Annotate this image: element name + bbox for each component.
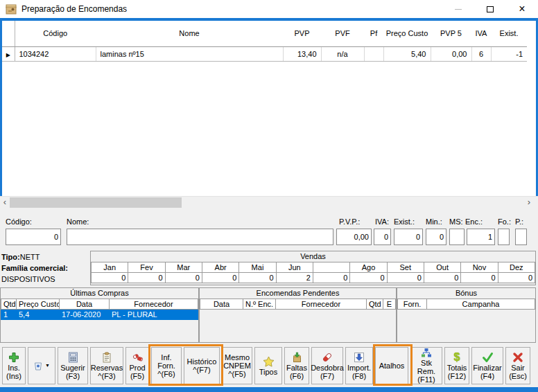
ultimas-compras-header-row: Qtd Preço Custo Data Fornecedor	[1, 299, 198, 310]
vendas-nov[interactable]: 0	[461, 273, 498, 283]
atalhos-button[interactable]: Atalhos	[375, 347, 408, 384]
pvp-field[interactable]	[336, 229, 372, 245]
import-arrow-icon	[354, 351, 365, 364]
horizontal-scrollbar[interactable]: ‹ ›	[0, 196, 538, 208]
bn-col-forn: Forn.	[398, 299, 427, 310]
cell-pvf[interactable]: n/a	[321, 46, 364, 61]
table-row[interactable]: ▶ 1034242 laminas nº15 13,40 n/a 5,40 0,…	[2, 46, 527, 61]
sair-button[interactable]: Sair (Esc)	[505, 347, 530, 384]
cell-codigo[interactable]: 1034242	[15, 46, 96, 61]
historico-button[interactable]: Histórico ^(F7)	[184, 347, 220, 384]
month-out[interactable]: Out	[424, 262, 460, 273]
nome-field[interactable]	[67, 229, 333, 245]
month-abr[interactable]: Abr	[202, 262, 238, 273]
vendas-fev[interactable]: 0	[128, 273, 165, 283]
column-header-codigo[interactable]: Código	[15, 21, 96, 46]
column-header-exist[interactable]: Exist.	[491, 21, 527, 46]
column-header-pvp[interactable]: PVP	[283, 21, 321, 46]
uc-fornecedor[interactable]: PL - PLURAL	[110, 310, 198, 320]
codigo-field[interactable]	[6, 229, 61, 245]
prod-button[interactable]: Prod (F5)	[125, 347, 149, 384]
vendas-out[interactable]: 0	[424, 273, 460, 283]
encomendas-pendentes-title: Encomendas Pendentes	[200, 288, 396, 299]
chevron-down-icon: ▼	[45, 362, 50, 370]
month-dez[interactable]: Dez	[498, 262, 535, 273]
scroll-right-icon[interactable]: ›	[524, 197, 534, 208]
ep-col-data: Data	[200, 299, 243, 310]
mesmo-cnpem-button[interactable]: Mesmo CNPEM ^(F5)	[222, 347, 252, 384]
sugerir-button[interactable]: Sugerir (F3)	[58, 347, 88, 384]
month-jul-highlighted[interactable]: Jul	[313, 262, 349, 273]
totais-button[interactable]: $ Totais (F12)	[444, 347, 469, 384]
fo-field[interactable]	[498, 229, 510, 245]
vendas-ago[interactable]: 0	[350, 273, 387, 283]
encomendas-pendentes-header-row: Data N.º Enc. Fornecedor Qtd E	[200, 299, 396, 310]
desdobra-button[interactable]: Desdobra (F7)	[311, 347, 343, 384]
p-field[interactable]	[515, 229, 527, 245]
month-jan[interactable]: Jan	[92, 262, 128, 273]
scrollbar-thumb[interactable]	[10, 197, 182, 208]
cell-nome[interactable]: laminas nº15	[96, 46, 283, 61]
inf-forn-button[interactable]: Inf. Forn. ^(F6)	[151, 347, 182, 384]
encomendas-pendentes-table: Data N.º Enc. Fornecedor Qtd E	[200, 299, 396, 310]
bonus-panel: Bónus Forn. Campanha	[397, 287, 536, 343]
vendas-mar[interactable]: 0	[165, 273, 202, 283]
cell-exist[interactable]: -1	[491, 46, 527, 61]
vendas-jan[interactable]: 0	[92, 273, 128, 283]
month-nov[interactable]: Nov	[461, 262, 498, 273]
ms-field[interactable]	[449, 229, 465, 245]
cell-iva[interactable]: 6	[471, 46, 491, 61]
month-mar[interactable]: Mar	[165, 262, 202, 273]
month-fev[interactable]: Fev	[128, 262, 165, 273]
vendas-jun[interactable]: 2	[276, 273, 313, 283]
enc-field[interactable]	[467, 229, 495, 245]
stock-box-icon	[292, 351, 302, 364]
calculator-icon	[68, 351, 78, 364]
reservas-button[interactable]: Reservas ^(F3)	[90, 347, 123, 384]
cell-pvp[interactable]: 13,40	[283, 46, 321, 61]
uc-data[interactable]: 17-06-2020	[60, 310, 110, 320]
month-jun[interactable]: Jun	[276, 262, 313, 273]
cell-pvp5[interactable]: 0,00	[431, 46, 471, 61]
month-set[interactable]: Set	[387, 262, 424, 273]
bonus-title: Bónus	[397, 288, 535, 299]
ms-label: MS:	[449, 217, 463, 226]
vendas-jul[interactable]: 0	[313, 273, 349, 283]
uc-qtd[interactable]: 1	[1, 310, 17, 320]
stk-rem-button[interactable]: Stk Rem. (F11)	[410, 347, 442, 384]
column-header-pf[interactable]: Pf	[364, 21, 383, 46]
insert-button[interactable]: Ins. (Ins)	[2, 347, 26, 384]
vendas-abr[interactable]: 0	[202, 273, 238, 283]
minimize-button[interactable]	[442, 0, 474, 18]
column-header-pvp5[interactable]: PVP 5	[431, 21, 471, 46]
finalizar-button[interactable]: Finalizar (F4)	[471, 347, 503, 384]
month-mai[interactable]: Mai	[239, 262, 276, 273]
delete-dropdown-button[interactable]: ▼	[28, 347, 55, 384]
month-ago[interactable]: Ago	[350, 262, 387, 273]
exist-field[interactable]	[394, 229, 423, 245]
enc-label: Enc.:	[465, 217, 483, 226]
vendas-set[interactable]: 0	[387, 273, 424, 283]
close-button[interactable]: ×	[506, 0, 538, 18]
vendas-dez[interactable]: 0	[498, 273, 535, 283]
scroll-left-icon[interactable]: ‹	[0, 197, 10, 208]
maximize-button[interactable]	[474, 0, 506, 18]
cell-preco-custo[interactable]: 5,40	[383, 46, 431, 61]
faltas-button[interactable]: Faltas (F6)	[284, 347, 309, 384]
capsule-icon	[322, 351, 333, 364]
tipos-button[interactable]: Tipos	[254, 347, 282, 384]
uc-preco-custo[interactable]: 5,4	[17, 310, 60, 320]
iva-field[interactable]	[374, 229, 391, 245]
ultimas-compras-selected-row[interactable]: 1 5,4 17-06-2020 PL - PLURAL	[1, 310, 198, 320]
column-header-preco-custo[interactable]: Preço Custo	[383, 21, 431, 46]
column-header-pvf[interactable]: PVF	[321, 21, 364, 46]
product-info: Tipo:NETT Família comercial: DISPOSITIVO…	[1, 251, 68, 285]
import-button[interactable]: Import. (F8)	[345, 347, 373, 384]
vendas-month-header-row: Jan Fev Mar Abr Mai Jun Jul Ago Set Out …	[92, 262, 535, 273]
min-field[interactable]	[426, 229, 446, 245]
cell-pf[interactable]	[364, 46, 383, 61]
vendas-mai[interactable]: 0	[239, 273, 276, 283]
column-header-nome[interactable]: Nome	[96, 21, 283, 46]
column-header-iva[interactable]: IVA	[471, 21, 491, 46]
uc-col-fornecedor: Fornecedor	[110, 299, 198, 310]
